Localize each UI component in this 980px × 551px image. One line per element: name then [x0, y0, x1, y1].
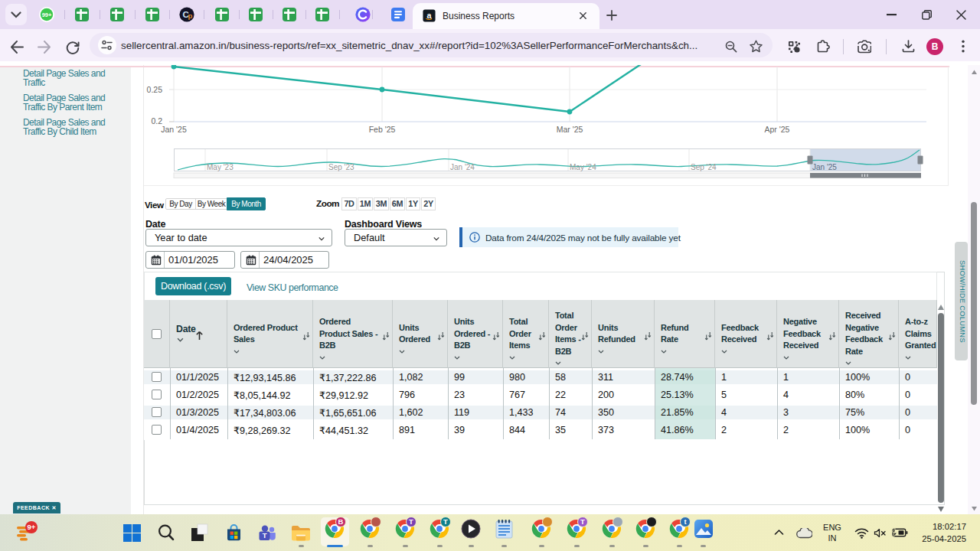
svg-text:Feb '25: Feb '25: [369, 125, 396, 134]
svg-text:99+: 99+: [42, 11, 52, 18]
svg-text:Sep '23: Sep '23: [328, 163, 354, 171]
svg-text:May '24: May '24: [570, 163, 596, 171]
svg-text:p: p: [188, 11, 192, 20]
svg-text:T: T: [443, 517, 448, 526]
svg-text:May '23: May '23: [207, 163, 234, 171]
svg-text:Jan '25: Jan '25: [812, 163, 837, 171]
svg-text:Jan '24: Jan '24: [450, 163, 475, 171]
svg-text:9+: 9+: [28, 523, 36, 531]
svg-text:0.25: 0.25: [147, 85, 163, 94]
svg-text:T: T: [263, 531, 267, 540]
svg-text:T: T: [409, 517, 413, 526]
svg-text:T: T: [580, 517, 585, 526]
svg-text:Sep '24: Sep '24: [691, 163, 717, 171]
svg-text:Mar '25: Mar '25: [557, 125, 583, 134]
svg-text:B: B: [338, 517, 344, 526]
svg-text:a: a: [427, 11, 433, 20]
svg-text:Apr '25: Apr '25: [765, 125, 790, 134]
svg-text:Jan '25: Jan '25: [161, 125, 187, 134]
